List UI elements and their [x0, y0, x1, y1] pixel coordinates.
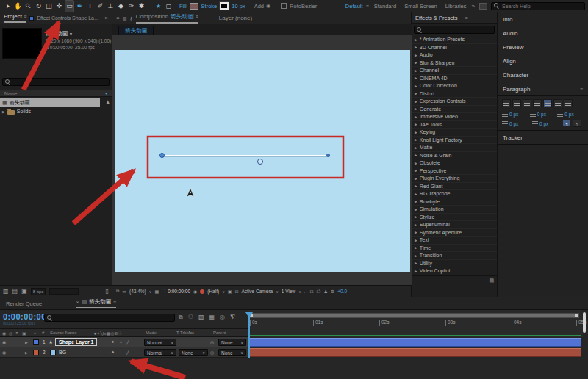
quality-switch-icon[interactable]: ♠ — [112, 339, 114, 344]
always-preview-icon[interactable]: ⧉ — [116, 289, 119, 294]
fx-category[interactable]: ▶ Immersive Video — [412, 113, 497, 121]
project-search-input[interactable] — [2, 78, 110, 86]
workspace-bar-icon[interactable] — [479, 3, 487, 10]
rotobezier-checkbox[interactable] — [281, 3, 287, 9]
parent-select[interactable]: None∨ — [218, 349, 246, 356]
fx-category[interactable]: ▶ Knoll Light Factory — [412, 137, 497, 145]
fx-category[interactable]: ▶ Color Correction — [412, 82, 497, 90]
layer-bar-bg[interactable] — [248, 348, 581, 357]
fx-category[interactable]: ▶ Noise & Grain — [412, 152, 497, 160]
tool-creates-mask-icon[interactable]: ▢ — [164, 1, 173, 12]
quality-slash-icon[interactable]: ╱ — [126, 339, 129, 344]
fx-category[interactable]: ▶ Red Giant — [412, 183, 497, 191]
fx-category[interactable]: ▶ Stylize — [412, 214, 497, 222]
workspace-tab-small-screen[interactable]: Small Screen — [404, 3, 437, 10]
disclosure-icon[interactable]: ▶ — [415, 145, 417, 150]
fx-category[interactable]: ▶ Obsolete — [412, 159, 497, 167]
clone-stamp-tool[interactable]: ⊥ — [106, 1, 115, 12]
roto-brush-tool[interactable]: ✑ — [126, 1, 136, 12]
disclosure-icon[interactable]: ▶ — [415, 45, 417, 49]
fx-category[interactable]: ▶ Synthetic Aperture — [412, 229, 497, 237]
new-animation-preset-icon[interactable]: ▤ — [489, 278, 494, 284]
tab-effect-controls[interactable]: Effect Controls Shape Layer 1 — [37, 15, 100, 21]
justify-last-center-button[interactable] — [543, 99, 552, 107]
composition-subtab[interactable]: 箭头动画 — [118, 26, 154, 36]
more-tabs-icon[interactable]: » — [105, 15, 108, 21]
align-center-button[interactable] — [512, 99, 521, 107]
mask-visibility-icon[interactable]: ⛶ — [162, 289, 165, 294]
trkmat-column-header[interactable]: T TrkMat — [176, 331, 194, 335]
transparency-grid-icon[interactable]: ⊞ — [235, 289, 239, 294]
roi-icon[interactable]: ▣ — [228, 289, 232, 294]
camera-tool[interactable]: ◫ — [44, 1, 54, 12]
disclosure-icon[interactable]: ▶ — [415, 91, 417, 95]
fx-category[interactable]: ▶ Distort — [412, 90, 497, 98]
align-right-button[interactable] — [523, 99, 531, 107]
expander-icon[interactable]: ▶ — [25, 350, 28, 355]
fx-category[interactable]: ▶ Simulation — [412, 206, 497, 214]
new-composition-icon[interactable]: ▣ — [21, 288, 27, 295]
fx-category[interactable]: ▶ Audio — [412, 51, 497, 59]
fx-category[interactable]: ▶ Rowbyte — [412, 198, 497, 206]
lock-icon[interactable]: ⚷ — [129, 15, 132, 21]
direction-rtl-button[interactable]: ¶ — [573, 120, 581, 127]
fx-category[interactable]: ▶ Text — [412, 237, 497, 245]
tab-timeline-comp[interactable]: × 箭头动画 ≡ — [76, 298, 116, 308]
tool-creates-shape-icon[interactable]: ★ — [154, 1, 163, 12]
space-before-field[interactable]: 0 px — [502, 121, 531, 126]
grid-guides-icon[interactable]: ▦ — [154, 289, 159, 294]
layer-bar-shape[interactable] — [248, 338, 581, 347]
tab-render-queue[interactable]: Render Queue — [6, 300, 42, 307]
eraser-tool[interactable]: ◆ — [116, 1, 126, 12]
disclosure-icon[interactable]: ▶ — [415, 184, 417, 188]
dropdown-icon[interactable]: ∨ — [276, 289, 279, 294]
disclosure-icon[interactable]: ▶ — [415, 60, 417, 65]
path-vertex-right[interactable] — [326, 154, 330, 157]
disclosure-icon[interactable]: ▶ — [415, 253, 417, 258]
panel-tracker[interactable]: Tracker — [498, 131, 588, 145]
disclosure-icon[interactable]: ▶ — [2, 109, 5, 114]
panel-audio[interactable]: Audio — [498, 26, 588, 40]
disclosure-icon[interactable]: ▶ — [415, 76, 417, 80]
pan-behind-tool[interactable]: ✛ — [54, 1, 64, 12]
delete-icon[interactable]: ▯ — [106, 288, 109, 295]
stroke-swatch[interactable] — [220, 2, 229, 10]
label-color-chip[interactable] — [33, 339, 39, 345]
stroke-width-value[interactable]: 10 px — [232, 3, 245, 10]
project-item-solids[interactable]: ▶ Solids — [0, 107, 112, 115]
show-channel-icon[interactable] — [200, 289, 204, 294]
hide-shy-icon[interactable]: ▧ — [198, 314, 204, 321]
panel-info[interactable]: Info — [498, 12, 588, 26]
fast-previews-icon[interactable]: ⊡ — [309, 289, 313, 294]
fx-category[interactable]: ▶ Perspective — [412, 167, 497, 176]
timeline-search-input[interactable] — [44, 314, 175, 322]
disclosure-icon[interactable]: ▶ — [415, 223, 417, 227]
more-workspaces-icon[interactable]: » — [472, 3, 475, 10]
fx-category[interactable]: ▶ * Animation Presets — [412, 36, 497, 44]
panel-preview[interactable]: Preview — [498, 40, 588, 54]
fx-category[interactable]: ▶ Video Copilot — [412, 267, 497, 275]
pixel-aspect-icon[interactable]: ⌐ — [304, 289, 307, 294]
tab-layer[interactable]: Layer (none) — [219, 15, 252, 21]
brush-tool[interactable]: ✐ — [96, 1, 105, 12]
disclosure-icon[interactable]: ▶ — [415, 176, 417, 181]
indent-right-field[interactable]: 0 px — [557, 112, 584, 117]
panel-paragraph[interactable]: Paragraph ≡ — [498, 82, 588, 96]
disclosure-icon[interactable]: ▶ — [415, 207, 417, 212]
dropdown-icon[interactable]: ∨ — [222, 289, 225, 294]
fx-category[interactable]: ▶ Generate — [412, 106, 497, 114]
workspace-tab-libraries[interactable]: Libraries — [445, 3, 467, 10]
close-tab-icon[interactable]: × — [76, 299, 79, 306]
project-name-column-header[interactable]: Name ▼ — [0, 90, 112, 97]
fx-category[interactable]: ▶ Keying — [412, 129, 497, 137]
workspace-default-menu-icon[interactable]: ≡ — [366, 4, 369, 9]
disclosure-icon[interactable]: ▶ — [415, 238, 417, 242]
camera-select[interactable]: Active Camera — [242, 289, 273, 294]
comp-timecode[interactable]: 0:00:00:00 — [168, 289, 190, 294]
parent-pickwhip-icon[interactable]: ◎ — [210, 339, 214, 344]
bit-depth-badge[interactable]: 8 bpc — [31, 288, 46, 295]
panel-menu-icon[interactable]: ≡ — [465, 15, 467, 21]
resolution-select[interactable]: (Half) — [207, 289, 219, 294]
fx-category[interactable]: ▶ Utility — [412, 260, 497, 268]
justify-last-right-button[interactable] — [553, 99, 562, 107]
